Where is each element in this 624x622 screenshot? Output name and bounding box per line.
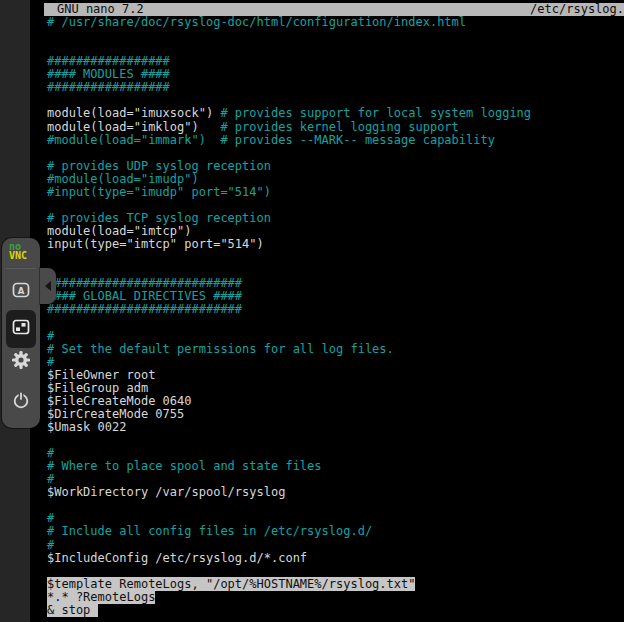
editor-line: # /usr/share/doc/rsyslog-doc/html/config… (47, 16, 531, 29)
panel-collapse-handle[interactable] (40, 268, 56, 304)
editor-text: # /usr/share/doc/rsyslog-doc/html/config… (47, 16, 531, 617)
fullscreen-icon (11, 317, 31, 341)
fullscreen-button[interactable] (6, 310, 36, 348)
editor-line: $WorkDirectory /var/spool/rsyslog (47, 486, 531, 499)
editor-line: # Include all config files in /etc/rsysl… (47, 525, 531, 538)
terminal-screen[interactable]: GNU nano 7.2 /etc/rsyslog. # /usr/share/… (30, 0, 624, 622)
clipboard-button[interactable]: A (6, 278, 36, 306)
editor-line (47, 251, 531, 264)
editor-line (47, 565, 531, 578)
editor-line: ########################### (47, 303, 531, 316)
editor-line: & stop (47, 604, 531, 617)
editor-line: # Where to place spool and state files (47, 460, 531, 473)
editor-line: *.* ?RemoteLogs (47, 591, 531, 604)
editor-line: $IncludeConfig /etc/rsyslog.d/*.conf (47, 552, 531, 565)
disconnect-button[interactable] (6, 388, 36, 416)
editor-line (47, 434, 531, 447)
editor-line: #input(type="imudp" port="514") (47, 186, 531, 199)
editor-line: #module(load="immark") # provides --MARK… (47, 134, 531, 147)
settings-button[interactable] (6, 348, 36, 376)
editor-line: $Umask 0022 (47, 421, 531, 434)
vnc-control-panel: no VNC A (2, 238, 40, 428)
editor-line: $template RemoteLogs, "/opt/%HOSTNAME%/r… (47, 578, 531, 591)
nano-title-filename: /etc/rsyslog. (530, 3, 624, 16)
svg-text:A: A (18, 286, 25, 296)
editor-line (47, 499, 531, 512)
editor-line: # Set the default permissions for all lo… (47, 343, 531, 356)
editor-line: input(type="imtcp" port="514") (47, 238, 531, 251)
power-icon (11, 390, 31, 414)
editor-line (47, 29, 531, 42)
screen: GNU nano 7.2 /etc/rsyslog. # /usr/share/… (0, 0, 624, 622)
panel-divider (6, 268, 36, 269)
novnc-logo-bottom: VNC (9, 251, 27, 260)
gear-icon (11, 350, 31, 374)
editor-line: ################# (47, 81, 531, 94)
novnc-logo: no VNC (9, 242, 27, 260)
clipboard-icon: A (11, 280, 31, 304)
editor-line (47, 316, 531, 329)
collapse-arrow-icon (45, 281, 51, 291)
